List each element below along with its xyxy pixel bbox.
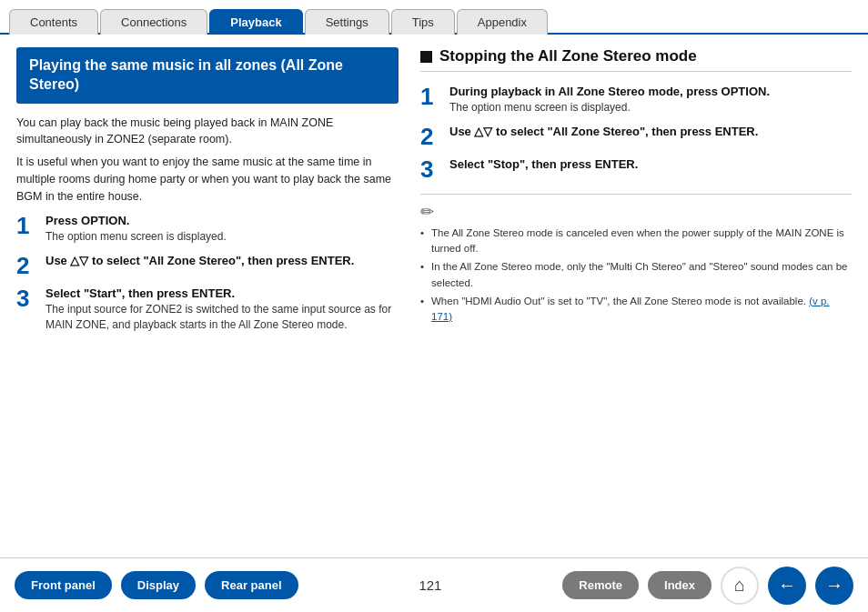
right-step-2: 2 Use △▽ to select "All Zone Stereo", th… xyxy=(420,125,852,148)
left-step-desc-3: The input source for ZONE2 is switched t… xyxy=(45,302,399,333)
left-section-header: Playing the same music in all zones (All… xyxy=(16,47,399,104)
left-step-desc-1: The option menu screen is displayed. xyxy=(45,229,399,245)
right-step-1: 1 During playback in All Zone Stereo mod… xyxy=(420,85,852,115)
rear-panel-button[interactable]: Rear panel xyxy=(205,571,298,599)
home-button[interactable]: ⌂ xyxy=(721,567,759,605)
back-button[interactable]: ← xyxy=(768,567,806,605)
left-step-2: 2 Use △▽ to select "All Zone Stereo", th… xyxy=(16,254,399,277)
right-step-number-2: 2 xyxy=(420,125,440,148)
right-step-number-1: 1 xyxy=(420,85,440,108)
main-content: Playing the same music in all zones (All… xyxy=(0,35,868,545)
forward-button[interactable]: → xyxy=(815,567,853,605)
remote-button[interactable]: Remote xyxy=(562,571,639,599)
right-step-title-2: Use △▽ to select "All Zone Stereo", then… xyxy=(449,125,852,138)
right-section-title: Stopping the All Zone Stereo mode xyxy=(420,47,852,72)
right-step-3: 3 Select "Stop", then press ENTER. xyxy=(420,157,852,181)
front-panel-button[interactable]: Front panel xyxy=(15,571,112,599)
right-column: Stopping the All Zone Stereo mode 1 Duri… xyxy=(420,47,852,536)
right-steps: 1 During playback in All Zone Stereo mod… xyxy=(420,85,852,181)
home-icon: ⌂ xyxy=(734,575,745,596)
note-item-2: In the All Zone Stereo mode, only the "M… xyxy=(420,259,852,291)
left-step-title-3: Select "Start", then press ENTER. xyxy=(45,286,399,300)
right-step-title-3: Select "Stop", then press ENTER. xyxy=(449,157,852,171)
intro-text-2: It is useful when you want to enjoy the … xyxy=(16,154,399,205)
index-button[interactable]: Index xyxy=(648,571,712,599)
section-title-icon xyxy=(420,51,432,63)
page-number: 121 xyxy=(308,577,554,593)
tab-settings[interactable]: Settings xyxy=(305,9,389,35)
right-title-text: Stopping the All Zone Stereo mode xyxy=(439,47,697,65)
left-step-number-2: 2 xyxy=(16,254,36,277)
note-item-1: The All Zone Stereo mode is canceled eve… xyxy=(420,226,852,257)
left-steps: 1 Press OPTION. The option menu screen i… xyxy=(16,214,399,332)
bottom-bar: Front panel Display Rear panel 121 Remot… xyxy=(0,557,868,612)
intro-text-1: You can play back the music being played… xyxy=(16,115,399,149)
tab-tips[interactable]: Tips xyxy=(391,9,455,35)
left-step-title-1: Press OPTION. xyxy=(45,214,399,227)
tab-playback[interactable]: Playback xyxy=(209,9,302,35)
left-step-title-2: Use △▽ to select "All Zone Stereo", then… xyxy=(45,254,399,267)
left-step-1: 1 Press OPTION. The option menu screen i… xyxy=(16,214,399,245)
left-step-number-3: 3 xyxy=(16,286,36,310)
note-pencil-icon: ✏ xyxy=(420,202,852,222)
note-section: ✏ The All Zone Stereo mode is canceled e… xyxy=(420,194,852,326)
tab-connections[interactable]: Connections xyxy=(100,9,207,35)
right-step-desc-1: The option menu screen is displayed. xyxy=(449,100,852,115)
right-step-title-1: During playback in All Zone Stereo mode,… xyxy=(449,85,852,98)
display-button[interactable]: Display xyxy=(121,571,196,599)
right-step-number-3: 3 xyxy=(420,157,440,181)
left-step-number-1: 1 xyxy=(16,214,36,237)
forward-icon: → xyxy=(825,575,843,596)
back-icon: ← xyxy=(778,575,796,596)
tab-contents[interactable]: Contents xyxy=(9,9,98,35)
left-column: Playing the same music in all zones (All… xyxy=(16,47,399,536)
left-step-3: 3 Select "Start", then press ENTER. The … xyxy=(16,286,399,333)
top-navigation: Contents Connections Playback Settings T… xyxy=(0,7,868,35)
note-item-3: When "HDMI Audio Out" is set to "TV", th… xyxy=(420,294,852,326)
tab-appendix[interactable]: Appendix xyxy=(457,9,548,35)
